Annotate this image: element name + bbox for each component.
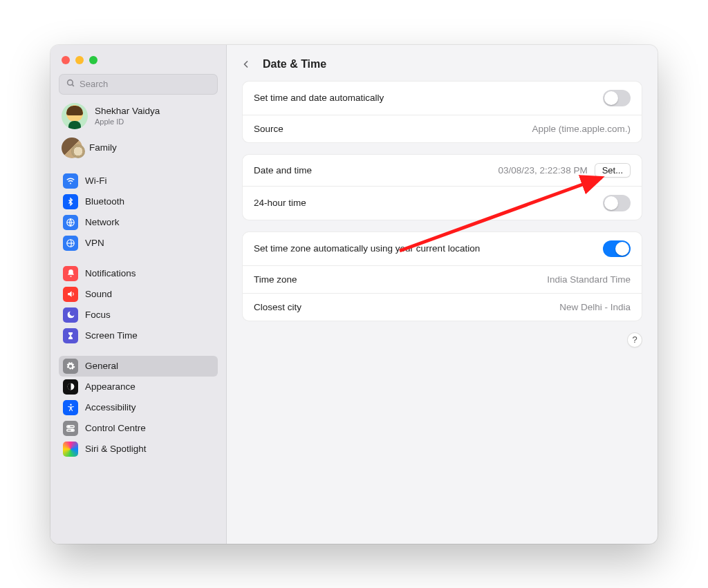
sidebar-item-label: Appearance <box>85 381 136 392</box>
close-window-button[interactable] <box>62 56 70 64</box>
appearance-icon <box>63 379 78 395</box>
row-24-hour: 24-hour time <box>243 186 642 220</box>
sidebar-item-family[interactable]: Family <box>59 135 218 161</box>
sidebar-item-label: Focus <box>85 310 111 320</box>
sidebar-item-label: Wi-Fi <box>85 176 106 186</box>
control-centre-icon <box>63 421 78 436</box>
sidebar-item-label: Control Centre <box>85 423 146 433</box>
sidebar-item-label: Bluetooth <box>85 196 124 207</box>
sidebar-item-label: Network <box>85 217 120 227</box>
sidebar-item-label: General <box>85 361 118 371</box>
settings-window: Shekhar Vaidya Apple ID Family Wi-Fi Blu… <box>50 45 658 544</box>
group-auto-time: Set time and date automatically Source A… <box>242 81 642 143</box>
row-set-auto: Set time and date automatically <box>243 82 642 115</box>
row-label: Date and time <box>254 165 312 176</box>
svg-point-0 <box>68 79 73 85</box>
sidebar-item-siri-spotlight[interactable]: Siri & Spotlight <box>59 439 218 459</box>
svg-point-6 <box>70 404 71 406</box>
row-value: 03/08/23, 2:22:38 PM <box>499 165 588 176</box>
sidebar-item-label: Family <box>89 142 117 153</box>
sidebar-item-accessibility[interactable]: Accessibility <box>59 397 218 418</box>
svg-line-1 <box>72 84 74 86</box>
sidebar-item-label: Notifications <box>85 268 136 278</box>
back-button[interactable] <box>242 57 256 71</box>
row-timezone: Time zone India Standard Time <box>243 265 642 293</box>
row-label: Time zone <box>254 274 297 285</box>
toggle-auto-timezone[interactable] <box>603 240 631 257</box>
row-value: Apple (time.apple.com.) <box>532 124 631 134</box>
help-button[interactable]: ? <box>627 332 642 348</box>
row-label: Set time and date automatically <box>254 93 384 103</box>
avatar <box>62 103 88 129</box>
svg-point-10 <box>71 429 73 430</box>
siri-icon <box>63 442 78 457</box>
row-date-time: Date and time 03/08/23, 2:22:38 PM Set..… <box>243 155 642 186</box>
group-timezone: Set time zone automatically using your c… <box>242 231 642 321</box>
svg-point-9 <box>68 426 70 427</box>
row-label: Source <box>254 124 283 134</box>
minimize-window-button[interactable] <box>75 56 84 64</box>
sidebar-item-vpn[interactable]: VPN <box>59 233 218 254</box>
search-input[interactable] <box>80 79 210 89</box>
sidebar-item-appearance[interactable]: Appearance <box>59 377 218 397</box>
group-date-time: Date and time 03/08/23, 2:22:38 PM Set..… <box>242 154 642 220</box>
row-value: New Delhi - India <box>559 302 631 312</box>
window-controls <box>59 53 218 74</box>
bluetooth-icon <box>63 194 78 209</box>
speaker-icon <box>63 287 78 302</box>
accessibility-icon <box>63 400 78 415</box>
content-pane: Date & Time Set time and date automatica… <box>227 45 658 544</box>
family-avatar-icon <box>62 137 82 158</box>
wifi-icon <box>63 173 78 189</box>
row-label: 24-hour time <box>254 198 306 208</box>
bell-icon <box>63 266 78 281</box>
sidebar-item-screen-time[interactable]: Screen Time <box>59 325 218 346</box>
globe-icon <box>63 215 78 230</box>
row-source: Source Apple (time.apple.com.) <box>243 115 642 142</box>
sidebar-item-label: Siri & Spotlight <box>85 444 147 454</box>
row-closest-city: Closest city New Delhi - India <box>243 293 642 321</box>
sidebar-item-general[interactable]: General <box>59 356 218 377</box>
apple-id-item[interactable]: Shekhar Vaidya Apple ID <box>59 95 218 135</box>
sidebar: Shekhar Vaidya Apple ID Family Wi-Fi Blu… <box>50 45 227 544</box>
user-name: Shekhar Vaidya <box>95 106 160 117</box>
row-auto-tz: Set time zone automatically using your c… <box>243 232 642 265</box>
sidebar-item-label: Accessibility <box>85 402 136 412</box>
page-title: Date & Time <box>263 58 326 70</box>
row-label: Set time zone automatically using your c… <box>254 243 480 254</box>
toggle-auto-time[interactable] <box>603 90 631 106</box>
user-sublabel: Apple ID <box>95 117 160 126</box>
content-header: Date & Time <box>242 56 642 81</box>
sidebar-item-sound[interactable]: Sound <box>59 284 218 305</box>
toggle-24-hour[interactable] <box>603 195 631 211</box>
sidebar-item-label: Sound <box>85 289 112 299</box>
row-value: India Standard Time <box>547 274 631 285</box>
set-date-time-button[interactable]: Set... <box>595 163 631 178</box>
sidebar-item-network[interactable]: Network <box>59 212 218 233</box>
sidebar-item-wifi[interactable]: Wi-Fi <box>59 171 218 191</box>
sidebar-item-notifications[interactable]: Notifications <box>59 263 218 284</box>
sidebar-item-label: VPN <box>85 238 104 248</box>
gear-icon <box>63 359 78 374</box>
hourglass-icon <box>63 328 78 343</box>
sidebar-item-label: Screen Time <box>85 330 138 341</box>
zoom-window-button[interactable] <box>89 56 97 64</box>
search-field[interactable] <box>59 74 218 95</box>
vpn-icon <box>63 236 78 251</box>
moon-icon <box>63 307 78 323</box>
row-label: Closest city <box>254 302 301 312</box>
search-icon <box>66 79 75 90</box>
sidebar-item-control-centre[interactable]: Control Centre <box>59 418 218 439</box>
svg-point-2 <box>70 182 71 184</box>
sidebar-item-focus[interactable]: Focus <box>59 305 218 325</box>
sidebar-item-bluetooth[interactable]: Bluetooth <box>59 191 218 212</box>
